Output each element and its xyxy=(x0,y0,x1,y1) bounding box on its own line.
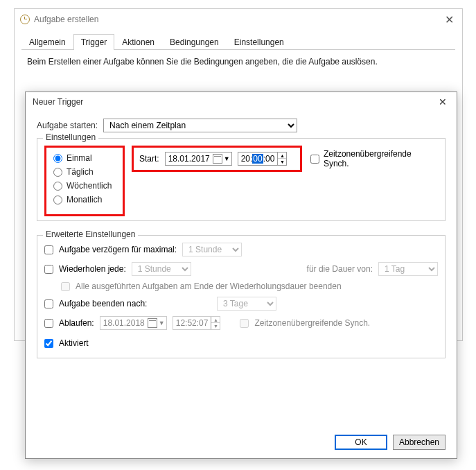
settings-group: Einstellungen Einmal Täglich Wöchentlich… xyxy=(37,138,446,221)
start-datetime-box: Start: 18.01.2017 ▼ 20:00:00 ▲▼ xyxy=(132,146,302,172)
cancel-button[interactable]: Abbrechen xyxy=(393,435,446,450)
start-time-input[interactable]: 20:00:00 ▲▼ xyxy=(238,152,288,166)
dialog-titlebar: Neuer Trigger ✕ xyxy=(26,92,457,112)
time-spinner: ▲▼ xyxy=(211,317,220,329)
time-selected-minutes: 00 xyxy=(252,154,263,164)
close-icon[interactable]: ✕ xyxy=(436,96,450,107)
tab-trigger[interactable]: Trigger xyxy=(73,34,115,50)
expire-label: Ablaufen: xyxy=(59,318,94,328)
repeat-select[interactable]: 1 Stunde xyxy=(132,262,191,276)
tab-bedingungen[interactable]: Bedingungen xyxy=(162,34,227,50)
stop-all-label: Alle ausgeführten Aufgaben am Ende der W… xyxy=(76,281,342,291)
window-titlebar: Aufgabe erstellen ✕ xyxy=(15,9,462,30)
advanced-group: Erweiterte Einstellungen Aufgabe verzöge… xyxy=(37,235,446,358)
chevron-down-icon: ▼ xyxy=(159,320,165,327)
dialog-footer: OK Abbrechen xyxy=(335,435,446,450)
delay-select[interactable]: 1 Stunde xyxy=(182,243,242,256)
stop-all-checkbox xyxy=(61,282,70,291)
start-label: Start: xyxy=(139,154,159,164)
tab-bar: Allgemein Trigger Aktionen Bedingungen E… xyxy=(21,34,455,50)
start-date-input[interactable]: 18.01.2017 ▼ xyxy=(165,152,232,166)
tz-sync-checkbox[interactable] xyxy=(310,155,319,164)
settings-group-title: Einstellungen xyxy=(43,132,98,142)
radio-monatlich[interactable] xyxy=(53,195,62,204)
frequency-box: Einmal Täglich Wöchentlich Monatlich xyxy=(44,146,125,216)
stop-after-select[interactable]: 3 Tage xyxy=(217,297,276,311)
expire-time-value: 12:52:07 xyxy=(173,318,211,328)
freq-woechentlich[interactable]: Wöchentlich xyxy=(53,181,116,191)
radio-woechentlich[interactable] xyxy=(53,182,62,191)
spinner-down-icon: ▼ xyxy=(211,323,220,329)
stop-after-checkbox[interactable] xyxy=(44,299,53,308)
close-icon[interactable]: ✕ xyxy=(442,13,457,26)
expire-checkbox[interactable] xyxy=(44,319,53,328)
freq-monatlich[interactable]: Monatlich xyxy=(53,195,116,204)
dialog-title: Neuer Trigger xyxy=(33,97,83,107)
start-date-value: 18.01.2017 xyxy=(168,154,210,164)
clock-icon xyxy=(20,15,30,24)
repeat-label: Wiederholen jede: xyxy=(59,264,126,274)
new-trigger-dialog: Neuer Trigger ✕ Aufgabe starten: Nach ei… xyxy=(25,92,457,459)
activated-label: Aktiviert xyxy=(59,338,89,348)
tab-allgemein[interactable]: Allgemein xyxy=(21,34,73,50)
start-task-label: Aufgabe starten: xyxy=(37,121,98,130)
expire-time-input: 12:52:07 ▲▼ xyxy=(173,316,221,330)
spinner-down-icon[interactable]: ▼ xyxy=(278,159,286,165)
expire-tz-checkbox xyxy=(240,319,249,328)
spinner-up-icon[interactable]: ▲ xyxy=(278,153,286,159)
tab-aktionen[interactable]: Aktionen xyxy=(114,34,162,50)
activated-checkbox[interactable] xyxy=(44,339,53,348)
time-spinner[interactable]: ▲▼ xyxy=(277,153,286,165)
tab-einstellungen[interactable]: Einstellungen xyxy=(227,34,292,50)
freq-einmal[interactable]: Einmal xyxy=(53,153,116,163)
delay-checkbox[interactable] xyxy=(44,245,53,254)
expire-tz-label: Zeitzonenübergreifende Synch. xyxy=(254,318,370,328)
start-task-select[interactable]: Nach einem Zeitplan xyxy=(103,119,297,132)
duration-label: für die Dauer von: xyxy=(307,264,373,274)
freq-taeglich[interactable]: Täglich xyxy=(53,167,116,177)
ok-button[interactable]: OK xyxy=(335,435,387,450)
advanced-group-title: Erweiterte Einstellungen xyxy=(43,229,138,239)
calendar-icon xyxy=(148,318,157,328)
tz-sync-label: Zeitzonenübergreifende Synch. xyxy=(324,149,438,168)
tab-description: Beim Erstellen einer Aufgabe können Sie … xyxy=(27,57,450,67)
chevron-down-icon[interactable]: ▼ xyxy=(224,155,230,162)
radio-taeglich[interactable] xyxy=(53,168,62,177)
expire-date-input: 18.01.2018 ▼ xyxy=(100,316,167,330)
spinner-up-icon: ▲ xyxy=(211,317,220,323)
duration-select[interactable]: 1 Tag xyxy=(378,262,438,276)
calendar-icon xyxy=(213,154,222,164)
stop-after-label: Aufgabe beenden nach: xyxy=(59,299,211,308)
window-title: Aufgabe erstellen xyxy=(34,15,98,24)
repeat-checkbox[interactable] xyxy=(44,265,53,274)
delay-label: Aufgabe verzögern für maximal: xyxy=(59,245,177,254)
expire-date-value: 18.01.2018 xyxy=(103,318,145,328)
radio-einmal[interactable] xyxy=(53,154,62,163)
